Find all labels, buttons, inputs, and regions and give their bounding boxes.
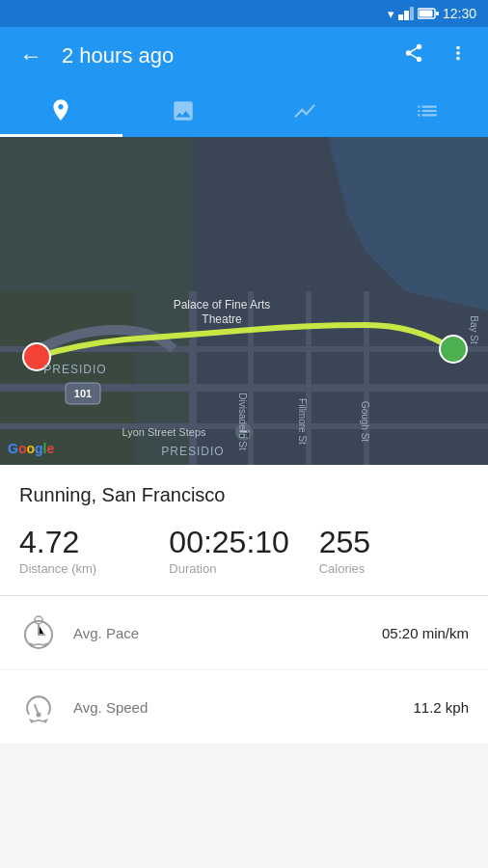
detail-row-avg-speed: Avg. Speed 11.2 kph (0, 670, 488, 745)
distance-label: Distance (km) (19, 561, 169, 576)
calories-value: 255 (319, 526, 469, 559)
svg-rect-5 (436, 12, 439, 15)
stat-duration: 00:25:10 Duration (169, 526, 318, 576)
svg-text:PRESIDIO: PRESIDIO (161, 445, 224, 458)
share-button[interactable] (399, 39, 428, 73)
avg-speed-label: Avg. Speed (73, 699, 413, 716)
svg-text:Divisadero St: Divisadero St (237, 393, 248, 450)
battery-icon (418, 8, 439, 19)
stat-calories: 255 Calories (319, 526, 469, 576)
back-button[interactable]: ← (15, 39, 46, 73)
more-options-button[interactable] (444, 39, 473, 73)
avg-pace-icon (21, 615, 56, 650)
detail-row-avg-pace: Avg. Pace 05:20 min/km (0, 596, 488, 670)
svg-text:Theatre: Theatre (202, 312, 242, 326)
svg-text:Lyon Street Steps: Lyon Street Steps (122, 426, 206, 438)
app-bar-title: 2 hours ago (62, 43, 174, 68)
status-time: 12:30 (443, 6, 476, 21)
tab-photo[interactable] (122, 85, 245, 137)
svg-text:Bay St: Bay St (469, 315, 479, 344)
avg-speed-icon-wrap (19, 688, 58, 726)
status-icons: ▾ 12:30 (388, 6, 476, 21)
svg-marker-0 (398, 14, 403, 20)
duration-value: 00:25:10 (169, 526, 318, 559)
svg-text:Fillmore St: Fillmore St (297, 398, 308, 445)
stat-distance: 4.72 Distance (km) (19, 526, 169, 576)
svg-marker-1 (404, 11, 409, 20)
tab-map[interactable] (0, 85, 122, 137)
svg-marker-2 (410, 7, 414, 20)
tab-list[interactable] (366, 85, 489, 137)
app-bar-actions (399, 39, 473, 73)
app-bar: ← 2 hours ago (0, 27, 488, 85)
svg-point-36 (37, 713, 41, 718)
avg-pace-label: Avg. Pace (73, 625, 382, 641)
svg-text:Palace of Fine Arts: Palace of Fine Arts (174, 298, 271, 312)
avg-pace-value: 05:20 min/km (382, 625, 469, 641)
map-area[interactable]: 101 Palace of Fine Arts Theatre Lyon Str… (0, 137, 488, 465)
tab-chart[interactable] (244, 85, 366, 137)
svg-point-17 (440, 336, 467, 363)
avg-pace-icon-wrap (19, 613, 58, 652)
svg-text:101: 101 (74, 388, 92, 399)
svg-text:Gough St: Gough St (360, 401, 370, 442)
svg-rect-4 (419, 11, 432, 17)
avg-speed-value: 11.2 kph (413, 699, 469, 716)
duration-label: Duration (169, 561, 318, 576)
svg-text:PRESIDIO: PRESIDIO (43, 363, 106, 376)
app-bar-left: ← 2 hours ago (15, 39, 174, 73)
tabs-bar (0, 85, 488, 137)
svg-text:Google: Google (8, 441, 54, 456)
detail-section: Avg. Pace 05:20 min/km Avg. Speed 11.2 k… (0, 596, 488, 745)
wifi-icon: ▾ (388, 7, 394, 21)
calories-label: Calories (319, 561, 469, 576)
distance-value: 4.72 (19, 526, 169, 559)
stats-row: 4.72 Distance (km) 00:25:10 Duration 255… (19, 526, 469, 576)
status-bar: ▾ 12:30 (0, 0, 488, 27)
avg-speed-icon (21, 690, 56, 724)
signal-icon (398, 7, 414, 20)
activity-title: Running, San Francisco (19, 484, 469, 506)
svg-rect-8 (0, 291, 135, 465)
stats-section: Running, San Francisco 4.72 Distance (km… (0, 465, 488, 595)
